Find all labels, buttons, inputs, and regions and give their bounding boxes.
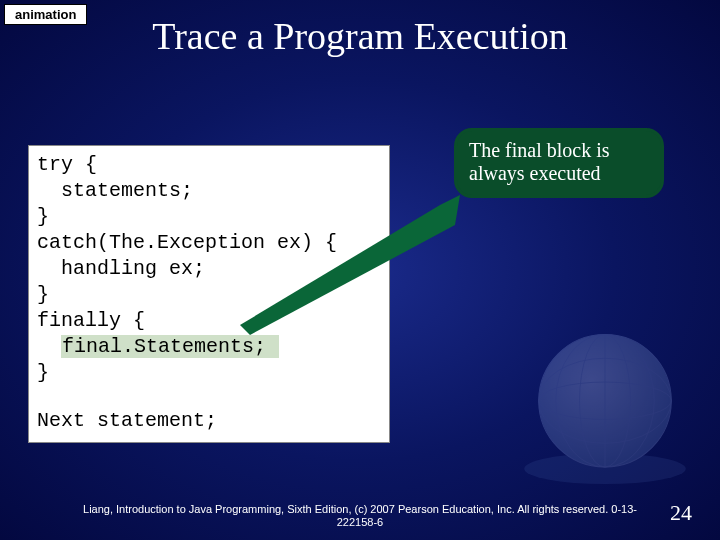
- code-line: statements;: [37, 178, 381, 204]
- blank-line: [37, 386, 381, 408]
- globe-icon: [520, 320, 690, 490]
- code-line: }: [37, 282, 381, 308]
- code-line: catch(The.Exception ex) {: [37, 230, 381, 256]
- svg-point-5: [580, 334, 631, 467]
- code-line: }: [37, 360, 381, 386]
- svg-point-6: [539, 358, 672, 443]
- footer-text: Liang, Introduction to Java Programming,…: [0, 503, 720, 531]
- svg-point-1: [524, 453, 686, 484]
- code-line: }: [37, 204, 381, 230]
- code-line: finally {: [37, 308, 381, 334]
- svg-point-7: [539, 382, 672, 419]
- callout-bubble: The final block is always executed: [454, 128, 664, 198]
- svg-point-2: [539, 334, 672, 467]
- code-line: Next statement;: [37, 408, 381, 434]
- code-line: try {: [37, 152, 381, 178]
- code-line-highlight: final.Statements;: [37, 334, 381, 360]
- slide-title: Trace a Program Execution: [0, 14, 720, 58]
- code-line: handling ex;: [37, 256, 381, 282]
- svg-point-3: [539, 334, 672, 467]
- page-number: 24: [670, 500, 692, 526]
- code-block: try { statements; } catch(The.Exception …: [28, 145, 390, 443]
- svg-point-4: [556, 334, 655, 467]
